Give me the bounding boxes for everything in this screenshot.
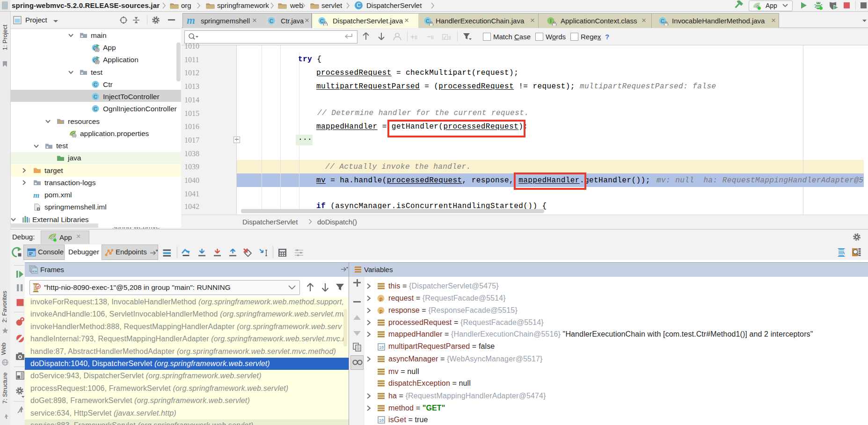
svg-text:m: m — [187, 15, 195, 26]
svg-text:<>: <> — [32, 269, 37, 274]
svg-text:I: I — [550, 18, 551, 24]
